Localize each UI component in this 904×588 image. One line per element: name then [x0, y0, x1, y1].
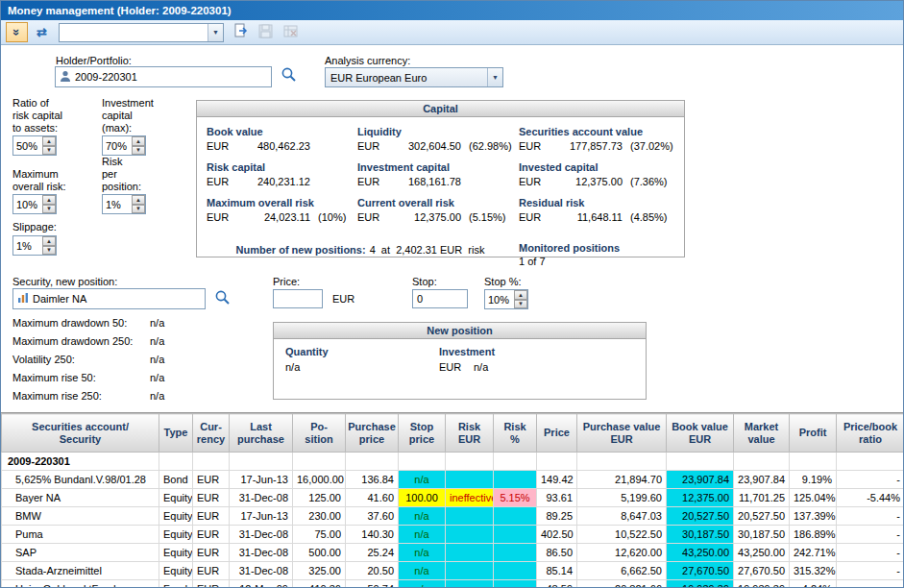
cell-risk_pct[interactable] [494, 507, 537, 526]
cell-security[interactable]: 5,625% Bundanl.V.98/01.28 [2, 471, 159, 489]
cell-position[interactable]: 230.00 [293, 507, 346, 526]
table-row[interactable]: Stada-ArzneimittelEquityEUR31-Dec-08325.… [2, 562, 904, 580]
cell-position[interactable]: 325.00 [293, 562, 346, 580]
cell-position[interactable] [293, 453, 346, 471]
cell-stop_price[interactable]: n/a [399, 471, 446, 489]
cell-last_purchase[interactable]: 31-Dec-08 [230, 562, 293, 580]
spin-down-button[interactable]: ▼ [132, 205, 145, 214]
column-header-price[interactable]: Price [537, 414, 577, 453]
cell-last_purchase[interactable] [230, 453, 293, 471]
cell-purchase_value_eur[interactable]: 6,662.50 [577, 562, 667, 580]
cell-risk_eur[interactable] [446, 526, 494, 544]
cell-type[interactable]: Bond [159, 471, 193, 489]
column-header-market_value[interactable]: Market value [734, 414, 790, 453]
cell-position[interactable]: 75.00 [293, 526, 346, 544]
column-header-currency[interactable]: Cur- rency [193, 414, 230, 453]
table-row[interactable]: 5,625% Bundanl.V.98/01.28BondEUR17-Jun-1… [2, 471, 904, 489]
cell-book_value_eur[interactable]: 27,670.50 [667, 562, 734, 580]
cell-last_purchase[interactable]: 31-Dec-08 [230, 489, 293, 507]
cell-purchase_price[interactable]: 37.60 [346, 507, 399, 526]
refresh-button[interactable]: ⇄ [31, 22, 53, 42]
cell-stop_price[interactable]: n/a [399, 562, 446, 580]
save-button[interactable] [255, 22, 277, 42]
column-header-book_value_eur[interactable]: Book value EUR [667, 414, 734, 453]
security-search-button[interactable] [211, 289, 232, 308]
cell-position[interactable]: 16,000.00 [293, 471, 346, 489]
cell-purchase_value_eur[interactable]: 20,821.66 [577, 580, 667, 588]
holder-portfolio-input[interactable] [75, 71, 267, 83]
cell-purchase_value_eur[interactable] [577, 453, 667, 471]
cell-security[interactable]: Puma [2, 526, 159, 544]
cell-price[interactable]: 93.61 [537, 489, 577, 507]
cell-profit[interactable]: 125.04% [790, 489, 837, 507]
cell-price_book_ratio[interactable]: - [837, 471, 904, 489]
cell-price[interactable]: 402.50 [537, 526, 577, 544]
stop-percent-input[interactable] [485, 290, 514, 308]
expand-panel-button[interactable]: » [6, 22, 28, 42]
cell-risk_eur[interactable] [446, 580, 494, 588]
cell-purchase_value_eur[interactable]: 10,522.50 [577, 526, 667, 544]
cell-profit[interactable]: 9.19% [790, 471, 837, 489]
spin-up-button[interactable]: ▲ [132, 136, 145, 146]
cell-purchase_price[interactable]: 50.74 [346, 580, 399, 588]
cell-risk_pct[interactable] [494, 526, 537, 544]
cell-purchase_value_eur[interactable]: 5,199.60 [577, 489, 667, 507]
cell-market_value[interactable]: 19,939.39 [734, 580, 790, 588]
holder-portfolio-field[interactable] [55, 66, 272, 87]
cell-purchase_value_eur[interactable]: 21,894.70 [577, 471, 667, 489]
cell-price[interactable]: 89.25 [537, 507, 577, 526]
cell-stop_price[interactable]: n/a [399, 544, 446, 562]
analysis-currency-arrow-button[interactable]: ▼ [487, 68, 502, 86]
cell-currency[interactable]: EUR [193, 489, 230, 507]
spin-down-button[interactable]: ▼ [132, 146, 145, 156]
cell-price_book_ratio[interactable]: - [837, 562, 904, 580]
ratio-risk-capital-input[interactable] [13, 136, 42, 155]
investment-capital-input[interactable] [103, 136, 132, 155]
cell-market_value[interactable]: 30,187.50 [734, 526, 790, 544]
cell-security[interactable]: SAP [2, 544, 159, 562]
column-header-risk_pct[interactable]: Risk % [494, 414, 537, 453]
column-header-security[interactable]: Securities account/ Security [2, 414, 159, 453]
cell-type[interactable]: Fund [159, 580, 193, 588]
column-header-risk_eur[interactable]: Risk EUR [446, 414, 494, 453]
cell-purchase_price[interactable] [346, 453, 399, 471]
window-titlebar[interactable]: Money management (Holder: 2009-220301) [1, 1, 903, 20]
cell-position[interactable]: 500.00 [293, 544, 346, 562]
cell-stop_price[interactable] [399, 453, 446, 471]
cell-market_value[interactable]: 43,250.00 [734, 544, 790, 562]
cell-price_book_ratio[interactable]: - [837, 544, 904, 562]
cell-purchase_price[interactable]: 20.50 [346, 562, 399, 580]
spin-down-button[interactable]: ▼ [42, 205, 56, 214]
spin-up-button[interactable]: ▲ [42, 136, 56, 146]
cell-security[interactable]: Stada-Arzneimittel [2, 562, 159, 580]
cell-purchase_price[interactable]: 41.60 [346, 489, 399, 507]
cell-type[interactable]: Equity [159, 526, 193, 544]
cell-last_purchase[interactable]: 17-Jun-13 [230, 507, 293, 526]
delete-button[interactable] [280, 22, 302, 42]
spin-up-button[interactable]: ▲ [42, 195, 56, 205]
max-overall-risk-input[interactable] [13, 195, 42, 213]
holder-search-button[interactable] [278, 66, 299, 86]
cell-type[interactable] [159, 453, 193, 471]
cell-purchase_price[interactable]: 140.30 [346, 526, 399, 544]
column-header-price_book_ratio[interactable]: Price/book ratio [837, 414, 904, 453]
price-input[interactable] [273, 289, 323, 308]
cell-currency[interactable]: EUR [193, 526, 230, 544]
risk-per-position-input[interactable] [103, 195, 132, 213]
cell-price_book_ratio[interactable]: - [837, 580, 904, 588]
table-row[interactable]: UnionGeldmarktFondsFundEUR12-Mar-09410.3… [2, 580, 904, 588]
cell-book_value_eur[interactable]: 23,907.84 [667, 471, 734, 489]
cell-currency[interactable]: EUR [193, 562, 230, 580]
cell-currency[interactable]: EUR [193, 507, 230, 526]
stop-input[interactable] [412, 289, 468, 308]
toolbar-combobox-arrow-button[interactable]: ▼ [208, 24, 223, 41]
cell-purchase_price[interactable]: 136.84 [346, 471, 399, 489]
cell-type[interactable]: Equity [159, 544, 193, 562]
cell-risk_pct[interactable] [494, 580, 537, 588]
spin-down-button[interactable]: ▼ [42, 146, 56, 156]
cell-profit[interactable]: -4.24% [790, 580, 837, 588]
cell-risk_eur[interactable]: ineffective [446, 489, 494, 507]
slippage-input[interactable] [13, 236, 42, 255]
table-row[interactable]: BMWEquityEUR17-Jun-13230.0037.60n/a89.25… [2, 507, 904, 526]
cell-risk_pct[interactable] [494, 562, 537, 580]
